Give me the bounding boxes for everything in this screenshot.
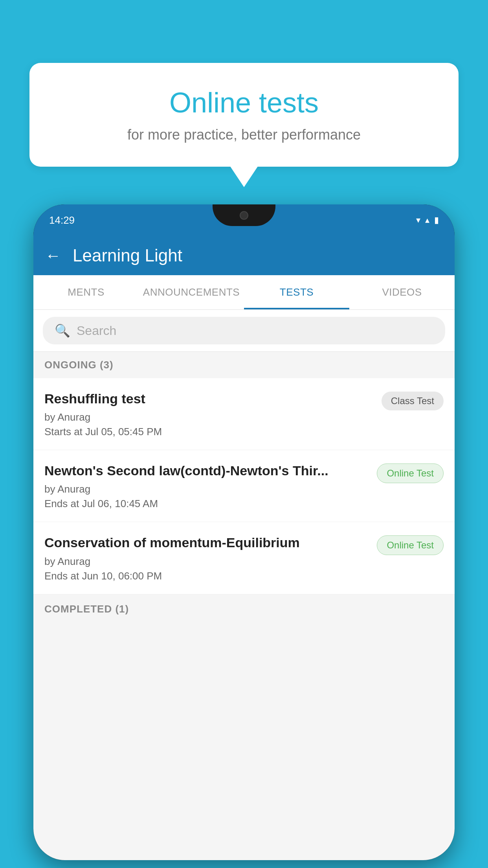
app-bar: ← Learning Light: [33, 236, 455, 275]
test-date-3: Ends at Jun 10, 06:00 PM: [44, 570, 369, 582]
battery-icon: ▮: [434, 215, 439, 225]
wifi-icon: ▾: [416, 215, 420, 225]
phone-notch: [213, 204, 275, 226]
test-title-1: Reshuffling test: [44, 390, 374, 407]
ongoing-section-header: ONGOING (3): [33, 352, 455, 378]
phone-container: 14:29 ▾ ▴ ▮ ← Learning Light MENTS: [33, 204, 455, 860]
search-box[interactable]: 🔍 Search: [43, 317, 445, 344]
test-date-1: Starts at Jul 05, 05:45 PM: [44, 426, 374, 438]
test-list: Reshuffling test by Anurag Starts at Jul…: [33, 378, 455, 594]
tab-tests[interactable]: TESTS: [244, 275, 349, 309]
search-container: 🔍 Search: [33, 310, 455, 352]
status-icons: ▾ ▴ ▮: [416, 215, 439, 225]
test-badge-2: Online Test: [377, 463, 444, 483]
test-author-2: by Anurag: [44, 483, 369, 495]
speech-bubble: Online tests for more practice, better p…: [29, 63, 459, 167]
ongoing-label: ONGOING (3): [44, 359, 114, 371]
phone-frame: 14:29 ▾ ▴ ▮ ← Learning Light MENTS: [33, 204, 455, 860]
search-placeholder-text: Search: [77, 324, 116, 338]
phone-inner: 14:29 ▾ ▴ ▮ ← Learning Light MENTS: [33, 204, 455, 860]
tab-ments[interactable]: MENTS: [33, 275, 139, 309]
test-item-1[interactable]: Reshuffling test by Anurag Starts at Jul…: [33, 378, 455, 450]
completed-label: COMPLETED (1): [44, 603, 129, 615]
app-bar-title: Learning Light: [73, 246, 182, 265]
camera-dot: [240, 211, 248, 220]
signal-icon: ▴: [425, 215, 429, 225]
speech-bubble-subtitle: for more practice, better performance: [61, 127, 427, 143]
status-bar: 14:29 ▾ ▴ ▮: [33, 204, 455, 236]
test-item-3[interactable]: Conservation of momentum-Equilibrium by …: [33, 522, 455, 594]
test-author-3: by Anurag: [44, 555, 369, 568]
test-info-3: Conservation of momentum-Equilibrium by …: [44, 534, 377, 582]
speech-bubble-title: Online tests: [61, 86, 427, 119]
status-time: 14:29: [49, 214, 75, 226]
test-badge-3: Online Test: [377, 535, 444, 555]
test-date-2: Ends at Jul 06, 10:45 AM: [44, 498, 369, 510]
test-item-2[interactable]: Newton's Second law(contd)-Newton's Thir…: [33, 450, 455, 522]
tab-announcements[interactable]: ANNOUNCEMENTS: [139, 275, 244, 309]
phone-screen: 🔍 Search ONGOING (3) Reshuffling test by…: [33, 310, 455, 860]
test-author-1: by Anurag: [44, 411, 374, 423]
test-title-2: Newton's Second law(contd)-Newton's Thir…: [44, 462, 369, 479]
tabs-bar: MENTS ANNOUNCEMENTS TESTS VIDEOS: [33, 275, 455, 310]
test-info-2: Newton's Second law(contd)-Newton's Thir…: [44, 462, 377, 510]
test-badge-1: Class Test: [382, 392, 444, 410]
completed-section-header: COMPLETED (1): [33, 596, 455, 622]
tab-videos[interactable]: VIDEOS: [349, 275, 455, 309]
test-info-1: Reshuffling test by Anurag Starts at Jul…: [44, 390, 382, 438]
search-icon: 🔍: [55, 323, 70, 338]
back-button[interactable]: ←: [45, 247, 61, 265]
test-title-3: Conservation of momentum-Equilibrium: [44, 534, 369, 551]
speech-bubble-container: Online tests for more practice, better p…: [29, 63, 459, 167]
